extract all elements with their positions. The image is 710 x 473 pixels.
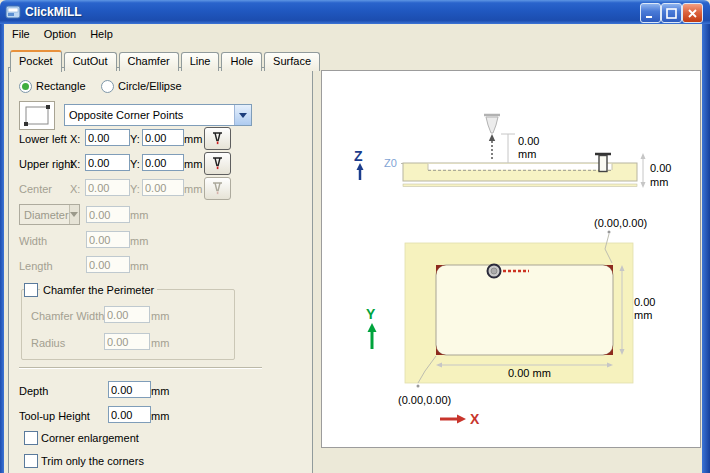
center-label: Center <box>19 183 52 195</box>
diameter-input <box>86 206 130 223</box>
tab-surface[interactable]: Surface <box>264 52 320 71</box>
menu-help[interactable]: Help <box>83 26 120 44</box>
lower-left-y-input[interactable] <box>142 129 184 146</box>
lower-left-tool-pick-button[interactable] <box>204 127 231 150</box>
side-view: Z Z0 0.00 mm <box>354 115 671 188</box>
toolup-dim-unit: mm <box>518 148 536 160</box>
height-dim-unit: mm <box>634 309 652 321</box>
corner-mode-value: Opposite Corner Points <box>65 109 234 121</box>
diameter-dropdown: Diameter <box>19 204 80 225</box>
tab-chamfer[interactable]: Chamfer <box>119 52 179 71</box>
corner-enlargement-label: Corner enlargement <box>41 432 139 444</box>
upper-right-y-input[interactable] <box>142 154 184 171</box>
depth-dim-unit: mm <box>650 176 668 188</box>
x-prefix: X: <box>70 133 80 145</box>
top-view: (0.00,0.00) 0.00 mm 0.00 mm (0.00,0.00) … <box>366 217 655 427</box>
length-label: Length <box>19 260 53 272</box>
toolup-dim-value: 0.00 <box>518 135 539 147</box>
depth-label: Depth <box>19 385 48 397</box>
center-y-input <box>142 179 184 196</box>
pocket-recess <box>428 164 612 170</box>
upper-right-tool-pick-button[interactable] <box>204 152 231 175</box>
tool-above-icon <box>484 115 500 133</box>
y-prefix: Y: <box>130 158 140 170</box>
menu-bar: File Option Help <box>5 26 120 44</box>
minimize-button[interactable] <box>640 3 661 23</box>
radio-rectangle[interactable] <box>19 80 32 93</box>
pocket-outline <box>436 265 613 355</box>
tab-cutout[interactable]: CutOut <box>64 52 117 71</box>
preview-panel: Z Z0 0.00 mm <box>321 70 701 448</box>
tab-hole[interactable]: Hole <box>221 52 262 71</box>
stock-bottom-line <box>403 184 637 187</box>
unit-label: mm <box>151 410 169 422</box>
window-title: ClickMiLL <box>25 5 82 19</box>
upper-right-label: Upper right <box>19 158 73 170</box>
center-tool-pick-button <box>204 177 231 200</box>
lower-left-x-input[interactable] <box>85 129 130 146</box>
y-axis-label: Y <box>366 306 376 322</box>
radio-rectangle-label: Rectangle <box>36 80 86 92</box>
corner-enlargement-checkbox[interactable] <box>24 431 38 445</box>
menu-option[interactable]: Option <box>37 26 83 44</box>
tool-pick-icon <box>211 131 224 146</box>
unit-label: mm <box>130 235 148 247</box>
y-prefix: Y: <box>130 133 140 145</box>
toolup-height-input[interactable] <box>108 406 151 423</box>
dropdown-arrow-icon[interactable] <box>234 105 251 125</box>
width-input <box>86 231 130 248</box>
width-label: Width <box>19 235 47 247</box>
radius-input <box>104 333 150 350</box>
length-input <box>86 256 130 273</box>
z-axis-label: Z <box>354 148 363 164</box>
x-prefix: X: <box>70 158 80 170</box>
menu-file[interactable]: File <box>5 26 37 44</box>
lower-left-label: Lower left <box>19 133 67 145</box>
center-x-input <box>85 179 130 196</box>
close-button[interactable] <box>682 3 703 23</box>
trim-corners-label: Trim only the corners <box>41 455 144 467</box>
clickmill-window: { "window": { "title": "ClickMiLL" }, "m… <box>0 0 710 473</box>
unit-label: mm <box>151 385 169 397</box>
rectangle-preview-icon <box>19 101 55 130</box>
title-bar[interactable]: ClickMiLL <box>0 0 710 24</box>
unit-label: mm <box>151 310 169 322</box>
depth-input[interactable] <box>108 381 151 398</box>
minimize-icon <box>645 8 656 19</box>
window-border-left <box>0 24 4 473</box>
unit-label: mm <box>130 260 148 272</box>
tab-strip: Pocket CutOut Chamfer Line Hole Surface <box>10 49 320 71</box>
unit-label: mm <box>184 158 202 170</box>
window-border-right <box>702 24 710 473</box>
unit-label: mm <box>184 183 202 195</box>
chamfer-width-label: Chamfer Width <box>31 310 104 322</box>
maximize-button[interactable] <box>661 3 682 23</box>
tab-pocket[interactable]: Pocket <box>10 50 62 72</box>
trim-corners-checkbox[interactable] <box>24 454 38 468</box>
radio-circle-ellipse-label: Circle/Ellipse <box>118 80 182 92</box>
chamfer-perimeter-checkbox[interactable] <box>24 283 38 297</box>
unit-label: mm <box>184 133 202 145</box>
tab-line[interactable]: Line <box>181 52 220 71</box>
dropdown-arrow-icon <box>69 205 79 224</box>
radio-circle-ellipse[interactable] <box>101 80 114 93</box>
close-icon <box>687 8 698 19</box>
z-zero-label: Z0 <box>384 157 397 169</box>
pocket-tab-page: Rectangle Circle/Ellipse Opposite Corner… <box>8 67 313 473</box>
width-dim-value: 0.00 mm <box>508 367 551 379</box>
diameter-dropdown-value: Diameter <box>20 209 69 221</box>
preview-drawing: Z Z0 0.00 mm <box>322 71 698 445</box>
depth-dim-value: 0.00 <box>650 162 671 174</box>
separator <box>19 367 262 369</box>
radius-label: Radius <box>31 337 65 349</box>
unit-label: mm <box>130 209 148 221</box>
upper-right-x-input[interactable] <box>85 154 130 171</box>
x-axis-label: X <box>470 411 480 427</box>
toolup-height-label: Tool-up Height <box>19 410 90 422</box>
app-icon <box>5 4 21 20</box>
y-prefix: Y: <box>130 183 140 195</box>
unit-label: mm <box>151 337 169 349</box>
tool-pick-icon <box>211 181 224 196</box>
corner-mode-dropdown[interactable]: Opposite Corner Points <box>64 104 252 126</box>
chamfer-width-input <box>104 306 150 323</box>
